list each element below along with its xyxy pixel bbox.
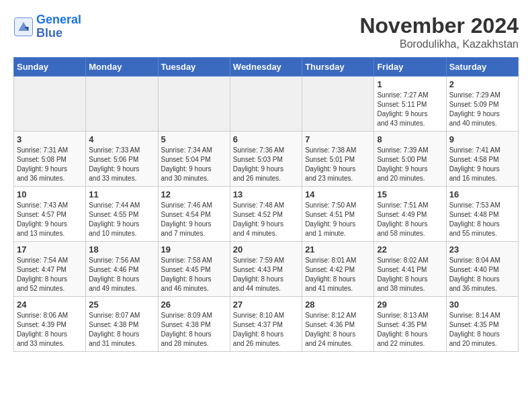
day-info: Sunrise: 7:39 AM Sunset: 5:00 PM Dayligh…: [377, 146, 443, 183]
calendar-cell: 14Sunrise: 7:50 AM Sunset: 4:51 PM Dayli…: [302, 187, 374, 242]
day-number: 27: [233, 300, 299, 310]
logo-text: General Blue: [36, 13, 81, 40]
day-info: Sunrise: 8:10 AM Sunset: 4:37 PM Dayligh…: [233, 311, 299, 349]
calendar-cell: 23Sunrise: 8:04 AM Sunset: 4:40 PM Dayli…: [446, 242, 518, 297]
calendar-cell: 5Sunrise: 7:34 AM Sunset: 5:04 PM Daylig…: [158, 132, 230, 187]
weekday-header: Tuesday: [158, 58, 230, 77]
day-info: Sunrise: 8:07 AM Sunset: 4:38 PM Dayligh…: [89, 311, 154, 349]
day-info: Sunrise: 7:33 AM Sunset: 5:06 PM Dayligh…: [89, 146, 154, 183]
calendar-cell: [302, 77, 374, 132]
calendar-cell: 30Sunrise: 8:14 AM Sunset: 4:35 PM Dayli…: [446, 297, 518, 352]
day-info: Sunrise: 7:31 AM Sunset: 5:08 PM Dayligh…: [17, 146, 83, 183]
title-area: November 2024 Borodulikha, Kazakhstan: [359, 13, 519, 50]
day-number: 9: [449, 134, 515, 144]
day-number: 15: [377, 189, 443, 199]
day-info: Sunrise: 7:43 AM Sunset: 4:57 PM Dayligh…: [17, 201, 83, 238]
weekday-header: Sunday: [14, 58, 86, 77]
calendar-cell: 25Sunrise: 8:07 AM Sunset: 4:38 PM Dayli…: [86, 297, 158, 352]
weekday-header: Wednesday: [230, 58, 302, 77]
calendar-table: SundayMondayTuesdayWednesdayThursdayFrid…: [13, 57, 519, 352]
weekday-header: Thursday: [302, 58, 374, 77]
day-info: Sunrise: 8:09 AM Sunset: 4:38 PM Dayligh…: [161, 311, 227, 349]
weekday-header: Friday: [374, 58, 446, 77]
calendar-cell: 6Sunrise: 7:36 AM Sunset: 5:03 PM Daylig…: [230, 132, 302, 187]
calendar-cell: 26Sunrise: 8:09 AM Sunset: 4:38 PM Dayli…: [158, 297, 230, 352]
calendar-cell: 3Sunrise: 7:31 AM Sunset: 5:08 PM Daylig…: [14, 132, 86, 187]
calendar-cell: 20Sunrise: 7:59 AM Sunset: 4:43 PM Dayli…: [230, 242, 302, 297]
weekday-header-row: SundayMondayTuesdayWednesdayThursdayFrid…: [14, 58, 519, 77]
calendar-week-row: 24Sunrise: 8:06 AM Sunset: 4:39 PM Dayli…: [14, 297, 519, 352]
day-number: 25: [89, 300, 154, 310]
calendar-cell: 10Sunrise: 7:43 AM Sunset: 4:57 PM Dayli…: [14, 187, 86, 242]
calendar-body: 1Sunrise: 7:27 AM Sunset: 5:11 PM Daylig…: [14, 77, 519, 352]
calendar-cell: [158, 77, 230, 132]
day-number: 13: [233, 189, 299, 199]
calendar-cell: 24Sunrise: 8:06 AM Sunset: 4:39 PM Dayli…: [14, 297, 86, 352]
calendar-week-row: 17Sunrise: 7:54 AM Sunset: 4:47 PM Dayli…: [14, 242, 519, 297]
day-number: 29: [377, 300, 443, 310]
day-info: Sunrise: 7:27 AM Sunset: 5:11 PM Dayligh…: [377, 91, 443, 128]
day-number: 14: [305, 189, 371, 199]
calendar-cell: 18Sunrise: 7:56 AM Sunset: 4:46 PM Dayli…: [86, 242, 158, 297]
day-info: Sunrise: 8:02 AM Sunset: 4:41 PM Dayligh…: [377, 256, 443, 293]
day-number: 5: [161, 134, 227, 144]
day-number: 12: [161, 189, 227, 199]
day-info: Sunrise: 7:46 AM Sunset: 4:54 PM Dayligh…: [161, 201, 227, 238]
day-info: Sunrise: 7:38 AM Sunset: 5:01 PM Dayligh…: [305, 146, 371, 183]
weekday-header: Monday: [86, 58, 158, 77]
day-info: Sunrise: 8:12 AM Sunset: 4:36 PM Dayligh…: [305, 311, 371, 349]
day-number: 6: [233, 134, 299, 144]
calendar-cell: 22Sunrise: 8:02 AM Sunset: 4:41 PM Dayli…: [374, 242, 446, 297]
calendar-cell: 28Sunrise: 8:12 AM Sunset: 4:36 PM Dayli…: [302, 297, 374, 352]
calendar-cell: 17Sunrise: 7:54 AM Sunset: 4:47 PM Dayli…: [14, 242, 86, 297]
day-number: 18: [89, 244, 154, 255]
day-info: Sunrise: 7:51 AM Sunset: 4:49 PM Dayligh…: [377, 201, 443, 238]
day-info: Sunrise: 8:14 AM Sunset: 4:35 PM Dayligh…: [449, 311, 515, 349]
calendar-cell: [230, 77, 302, 132]
day-number: 4: [89, 134, 154, 144]
day-info: Sunrise: 7:53 AM Sunset: 4:48 PM Dayligh…: [449, 201, 515, 238]
calendar-cell: 4Sunrise: 7:33 AM Sunset: 5:06 PM Daylig…: [86, 132, 158, 187]
calendar-cell: 27Sunrise: 8:10 AM Sunset: 4:37 PM Dayli…: [230, 297, 302, 352]
calendar-cell: 12Sunrise: 7:46 AM Sunset: 4:54 PM Dayli…: [158, 187, 230, 242]
day-number: 23: [449, 244, 515, 255]
calendar-cell: 19Sunrise: 7:58 AM Sunset: 4:45 PM Dayli…: [158, 242, 230, 297]
day-info: Sunrise: 7:59 AM Sunset: 4:43 PM Dayligh…: [233, 256, 299, 293]
weekday-header: Saturday: [446, 58, 518, 77]
calendar-week-row: 10Sunrise: 7:43 AM Sunset: 4:57 PM Dayli…: [14, 187, 519, 242]
day-number: 26: [161, 300, 227, 310]
calendar-cell: 21Sunrise: 8:01 AM Sunset: 4:42 PM Dayli…: [302, 242, 374, 297]
calendar-header: SundayMondayTuesdayWednesdayThursdayFrid…: [14, 58, 519, 77]
day-info: Sunrise: 7:34 AM Sunset: 5:04 PM Dayligh…: [161, 146, 227, 183]
day-number: 3: [17, 134, 83, 144]
day-info: Sunrise: 7:41 AM Sunset: 4:58 PM Dayligh…: [449, 146, 515, 183]
day-number: 22: [377, 244, 443, 255]
calendar-cell: 1Sunrise: 7:27 AM Sunset: 5:11 PM Daylig…: [374, 77, 446, 132]
day-info: Sunrise: 8:13 AM Sunset: 4:35 PM Dayligh…: [377, 311, 443, 349]
location: Borodulikha, Kazakhstan: [359, 38, 519, 50]
day-number: 20: [233, 244, 299, 255]
day-info: Sunrise: 8:01 AM Sunset: 4:42 PM Dayligh…: [305, 256, 371, 293]
day-number: 10: [17, 189, 83, 199]
day-info: Sunrise: 7:29 AM Sunset: 5:09 PM Dayligh…: [449, 91, 515, 128]
calendar-cell: 11Sunrise: 7:44 AM Sunset: 4:55 PM Dayli…: [86, 187, 158, 242]
day-number: 2: [449, 79, 515, 89]
month-title: November 2024: [359, 13, 519, 38]
calendar-cell: [86, 77, 158, 132]
logo: General Blue: [13, 13, 81, 40]
day-info: Sunrise: 7:36 AM Sunset: 5:03 PM Dayligh…: [233, 146, 299, 183]
day-info: Sunrise: 7:50 AM Sunset: 4:51 PM Dayligh…: [305, 201, 371, 238]
day-number: 30: [449, 300, 515, 310]
calendar-cell: 13Sunrise: 7:48 AM Sunset: 4:52 PM Dayli…: [230, 187, 302, 242]
calendar-cell: 7Sunrise: 7:38 AM Sunset: 5:01 PM Daylig…: [302, 132, 374, 187]
calendar-week-row: 3Sunrise: 7:31 AM Sunset: 5:08 PM Daylig…: [14, 132, 519, 187]
calendar-cell: 8Sunrise: 7:39 AM Sunset: 5:00 PM Daylig…: [374, 132, 446, 187]
header: General Blue November 2024 Borodulikha, …: [13, 13, 519, 50]
day-number: 28: [305, 300, 371, 310]
day-info: Sunrise: 7:58 AM Sunset: 4:45 PM Dayligh…: [161, 256, 227, 293]
day-info: Sunrise: 7:48 AM Sunset: 4:52 PM Dayligh…: [233, 201, 299, 238]
calendar-cell: 9Sunrise: 7:41 AM Sunset: 4:58 PM Daylig…: [446, 132, 518, 187]
day-number: 8: [377, 134, 443, 144]
day-number: 19: [161, 244, 227, 255]
day-number: 11: [89, 189, 154, 199]
